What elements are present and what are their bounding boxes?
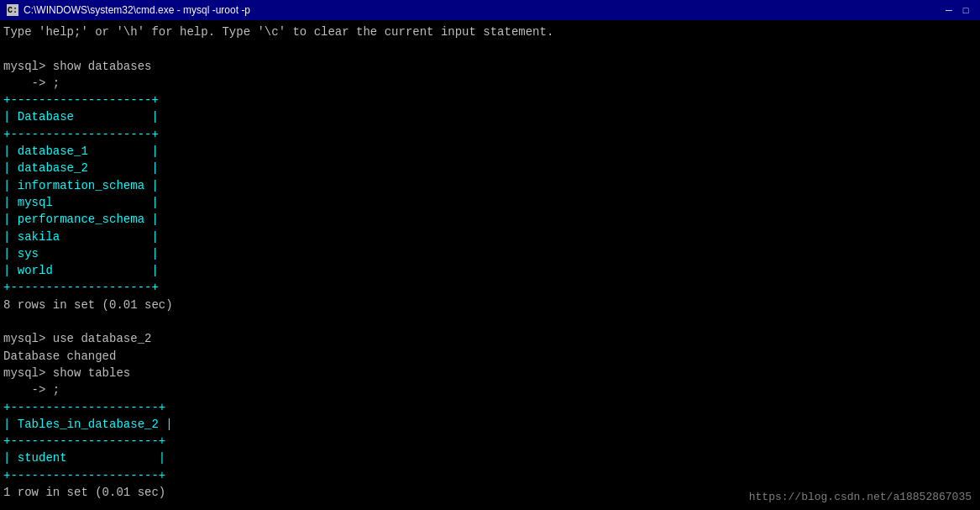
cmd-icon: C: xyxy=(7,4,18,16)
show-tables-cmd: mysql> show tables xyxy=(3,365,977,381)
window-controls[interactable]: ─ □ xyxy=(941,3,973,17)
tbl-border-bot: +---------------------+ xyxy=(3,467,977,484)
db-header-row: | Database | xyxy=(3,108,977,125)
window-title: C:\WINDOWS\system32\cmd.exe - mysql -uro… xyxy=(24,4,250,16)
help-line: Type 'help;' or '\h' for help. Type '\c'… xyxy=(3,24,977,40)
db-row-3: | information_schema | xyxy=(3,177,977,194)
db-row-4: | mysql | xyxy=(3,194,977,211)
csdn-link: https://blog.csdn.net/a18852867035 xyxy=(749,491,972,503)
blank-line-1 xyxy=(3,40,977,57)
tbl-border-top: +---------------------+ xyxy=(3,399,977,416)
tbl-border-mid: +---------------------+ xyxy=(3,433,977,450)
db-border-bot: +--------------------+ xyxy=(3,279,977,296)
db-row-5: | performance_schema | xyxy=(3,211,977,228)
maximize-button[interactable]: □ xyxy=(958,3,973,17)
terminal-body[interactable]: Type 'help;' or '\h' for help. Type '\c'… xyxy=(0,20,980,510)
tbl-row-1: | student | xyxy=(3,450,977,466)
db-row-8: | world | xyxy=(3,262,977,279)
db-row-2: | database_2 | xyxy=(3,160,977,176)
title-bar-left: C: C:\WINDOWS\system32\cmd.exe - mysql -… xyxy=(7,4,250,16)
use-database-cmd: mysql> use database_2 xyxy=(3,330,977,347)
minimize-button[interactable]: ─ xyxy=(941,3,956,17)
blank-line-2 xyxy=(3,313,977,330)
db-border-mid: +--------------------+ xyxy=(3,126,977,143)
show-databases-cmd: mysql> show databases xyxy=(3,58,977,75)
db-row-6: | sakila | xyxy=(3,229,977,245)
db-row-count: 8 rows in set (0.01 sec) xyxy=(3,297,977,313)
title-bar: C: C:\WINDOWS\system32\cmd.exe - mysql -… xyxy=(0,0,980,20)
tbl-header-row: | Tables_in_database_2 | xyxy=(3,416,977,433)
db-border-top: +--------------------+ xyxy=(3,92,977,108)
continuation-1: -> ; xyxy=(3,75,977,92)
db-row-7: | sys | xyxy=(3,245,977,262)
db-row-1: | database_1 | xyxy=(3,143,977,160)
continuation-2: -> ; xyxy=(3,381,977,398)
db-changed-msg: Database changed xyxy=(3,348,977,365)
